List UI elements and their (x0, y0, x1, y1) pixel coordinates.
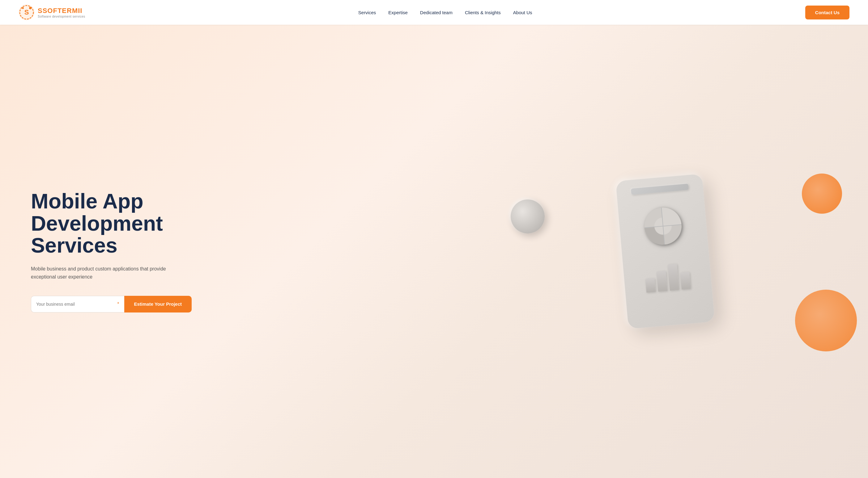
brand-name: SSOFTERMII (38, 7, 85, 15)
logo-tagline: Software development services (38, 15, 85, 18)
card-bar-top (631, 184, 689, 195)
svg-point-3 (29, 7, 32, 9)
required-marker: * (117, 301, 119, 307)
logo-text: SSOFTERMII Software development services (38, 7, 85, 18)
hero-visual (481, 159, 849, 344)
hero-form: * Estimate Your Project (31, 296, 192, 312)
contact-us-button[interactable]: Contact Us (805, 6, 849, 20)
orange-circle-bottom (795, 289, 857, 351)
estimate-project-button[interactable]: Estimate Your Project (124, 296, 192, 312)
nav-expertise[interactable]: Expertise (388, 10, 408, 15)
logo-icon: S (19, 4, 35, 21)
dashboard-card (616, 174, 715, 329)
nav-dedicated-team[interactable]: Dedicated team (420, 10, 453, 15)
nav-services[interactable]: Services (358, 10, 376, 15)
bar-chart (644, 258, 691, 293)
svg-text:S: S (24, 8, 29, 16)
bar-3 (668, 264, 679, 291)
main-nav: Services Expertise Dedicated team Client… (358, 10, 532, 15)
hero-section: Mobile App Development Services Mobile b… (0, 25, 868, 478)
brand-s: S (38, 7, 43, 14)
nav-clients-insights[interactable]: Clients & Insights (465, 10, 501, 15)
hero-content: Mobile App Development Services Mobile b… (31, 190, 481, 312)
donut-chart (636, 200, 690, 253)
hero-title: Mobile App Development Services (31, 190, 481, 256)
floating-sphere (511, 200, 545, 233)
svg-point-4 (22, 7, 24, 9)
bar-4 (680, 272, 691, 289)
nav-about-us[interactable]: About Us (513, 10, 532, 15)
bar-1 (645, 278, 656, 293)
email-input[interactable] (36, 296, 116, 312)
orange-circle-top (802, 174, 842, 214)
email-input-wrapper: * (31, 296, 124, 312)
header: S SSOFTERMII Software development servic… (0, 0, 868, 25)
bar-2 (657, 271, 668, 292)
logo: S SSOFTERMII Software development servic… (19, 4, 85, 21)
hero-subtitle: Mobile business and product custom appli… (31, 265, 179, 281)
